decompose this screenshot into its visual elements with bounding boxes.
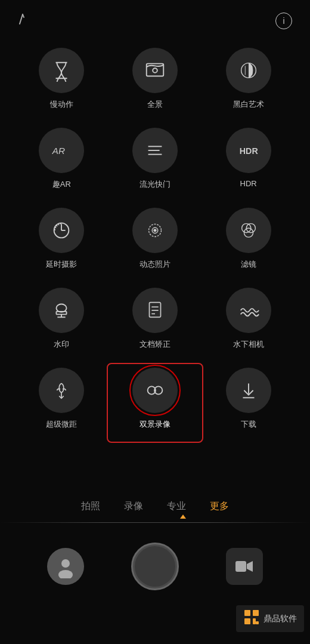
mode-label-slow-motion: 慢动作	[50, 99, 73, 110]
nav-indicator	[180, 514, 186, 519]
mode-icon-timelapse	[39, 208, 84, 253]
mode-label-underwater: 水下相机	[233, 339, 264, 350]
mode-icon-download	[226, 368, 271, 413]
svg-line-0	[20, 14, 23, 24]
modes-grid: 慢动作 全景 黑白艺术 AR 趣AR 流光快门 HDR HDR 延时摄影 动态照…	[0, 48, 310, 430]
info-icon-label: i	[283, 16, 284, 26]
mode-item-slow-motion[interactable]: 慢动作	[18, 48, 106, 110]
mode-label-hdr: HDR	[240, 179, 257, 188]
mode-item-hdr[interactable]: HDR HDR	[204, 128, 292, 190]
shutter-button[interactable]	[131, 543, 179, 590]
mode-icon-super-macro	[39, 368, 84, 413]
svg-rect-23	[149, 303, 160, 318]
mode-label-filter: 滤镜	[241, 259, 256, 270]
mode-item-super-macro[interactable]: 超级微距	[18, 368, 106, 430]
mode-item-panorama[interactable]: 全景	[111, 48, 199, 110]
mode-icon-watermark	[39, 288, 84, 333]
svg-line-1	[23, 14, 24, 17]
mode-item-bw-art[interactable]: 黑白艺术	[204, 48, 292, 110]
mode-label-panorama: 全景	[147, 99, 163, 110]
bottom-nav: 拍照录像专业更多	[0, 500, 310, 513]
svg-rect-39	[253, 618, 256, 624]
watermark-text: 鼎品软件	[264, 614, 297, 624]
video-mode-button[interactable]	[226, 548, 263, 585]
nav-item-more[interactable]: 更多	[210, 500, 229, 513]
mode-icon-hdr: HDR	[226, 128, 271, 173]
mode-item-filter[interactable]: 滤镜	[204, 208, 292, 270]
mode-label-light-painting: 流光快门	[140, 179, 170, 190]
mode-icon-slow-motion	[39, 48, 84, 93]
svg-marker-35	[247, 561, 253, 572]
mode-icon-bw-art	[226, 48, 271, 93]
mode-item-live-photo[interactable]: 动态照片	[111, 208, 199, 270]
mode-icon-underwater	[226, 288, 271, 333]
shutter-inner	[135, 546, 175, 587]
mode-label-ar-fun: 趣AR	[52, 179, 71, 190]
svg-rect-20	[57, 312, 67, 315]
mode-item-download[interactable]: 下载	[204, 368, 292, 430]
svg-rect-36	[244, 610, 250, 616]
svg-text:HDR: HDR	[239, 146, 258, 156]
mode-label-bw-art: 黑白艺术	[233, 99, 264, 110]
mode-icon-dual-video	[132, 368, 178, 413]
mode-label-live-photo: 动态照片	[140, 259, 170, 270]
mode-icon-light-painting	[132, 128, 178, 173]
nav-item-photo[interactable]: 拍照	[81, 500, 100, 513]
top-bar: i	[0, 0, 310, 42]
mode-item-ar-fun[interactable]: AR 趣AR	[18, 128, 106, 190]
mode-label-doc-correct: 文档矫正	[140, 339, 170, 350]
mode-label-timelapse: 延时摄影	[46, 259, 77, 270]
mode-item-dual-video[interactable]: 双景录像	[111, 368, 199, 430]
mode-icon-doc-correct	[132, 288, 178, 333]
svg-rect-40	[256, 621, 259, 624]
svg-point-15	[154, 229, 156, 232]
mode-icon-panorama	[132, 48, 178, 93]
watermark-logo	[243, 609, 260, 628]
edit-icon[interactable]	[18, 12, 32, 30]
mode-item-light-painting[interactable]: 流光快门	[111, 128, 199, 190]
avatar[interactable]	[47, 548, 84, 585]
svg-rect-34	[235, 561, 246, 572]
mode-label-dual-video: 双景录像	[140, 419, 170, 430]
mode-label-download: 下载	[241, 419, 256, 430]
mode-item-underwater[interactable]: 水下相机	[204, 288, 292, 350]
watermark: 鼎品软件	[236, 605, 304, 632]
info-icon[interactable]: i	[275, 13, 292, 29]
mode-label-super-macro: 超级微距	[46, 419, 77, 430]
svg-point-19	[57, 304, 67, 312]
nav-item-pro[interactable]: 专业	[167, 500, 186, 513]
separator-line	[0, 522, 310, 523]
svg-rect-37	[253, 610, 259, 616]
mode-item-doc-correct[interactable]: 文档矫正	[111, 288, 199, 350]
mode-icon-ar-fun: AR	[39, 128, 84, 173]
mode-item-watermark[interactable]: 水印	[18, 288, 106, 350]
svg-point-32	[61, 559, 70, 568]
svg-point-3	[153, 68, 157, 73]
mode-label-watermark: 水印	[54, 339, 69, 350]
nav-item-video[interactable]: 录像	[124, 500, 143, 513]
svg-text:AR: AR	[52, 146, 65, 156]
mode-icon-filter	[226, 208, 271, 253]
mode-item-timelapse[interactable]: 延时摄影	[18, 208, 106, 270]
svg-rect-38	[244, 618, 250, 624]
camera-controls	[0, 543, 310, 590]
mode-icon-live-photo	[132, 208, 178, 253]
